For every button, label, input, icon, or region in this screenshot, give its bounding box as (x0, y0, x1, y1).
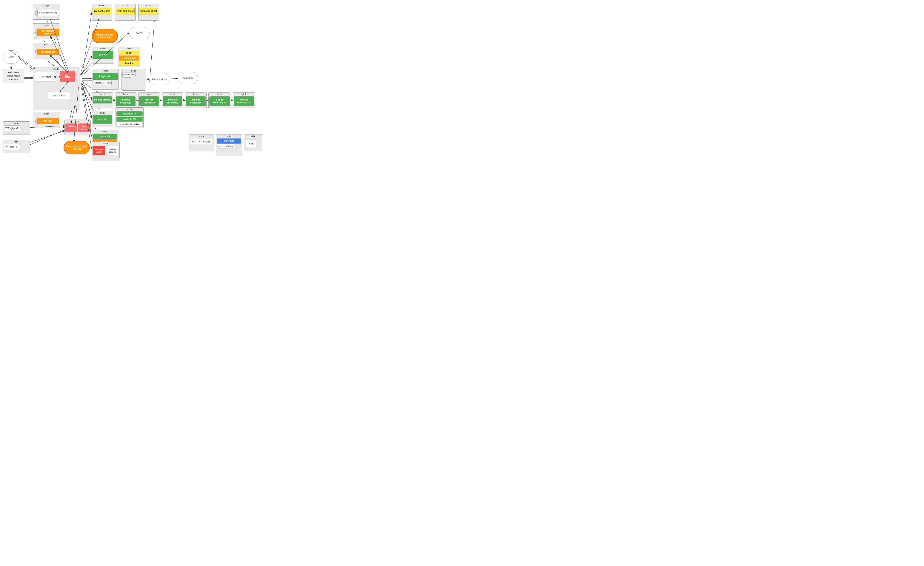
svg-line-48 (170, 78, 178, 79)
svg-line-33 (82, 81, 92, 100)
bowie-group: bowie insights db database.lichess.org (92, 69, 119, 90)
taffy-title: taffy (3, 140, 30, 143)
rubik-group: rubik nginx lila-opening-explorer (33, 23, 60, 39)
cdn-label: CDN (9, 56, 14, 58)
bofur-title: bofur (122, 69, 146, 72)
archi-group: archi main db primary (92, 93, 113, 108)
study-title: study (92, 111, 113, 114)
loquy-title: loquy (115, 93, 136, 96)
fishnet-moves-cloud: fishnet moves (self-hosted) (63, 141, 90, 154)
lila-fishnet-box: lila-fishnet (78, 123, 90, 132)
ws-nginx2-box: WS nginx #2 (4, 144, 20, 150)
main-db-primary-box: main db primary (93, 96, 112, 103)
study-group: study study db (92, 111, 113, 127)
nginx-label-image: nginx (34, 7, 37, 18)
lichess-dev-box: lichess.dev (staging) (190, 139, 212, 144)
puzzle-db-box: puzzle db (93, 134, 117, 139)
main-db-sec-late1-box: main db secondary 1h (209, 96, 230, 106)
smtp-cloud: SMTP (129, 27, 150, 39)
main-db-sec-late2-box: main db secondary 24h (234, 96, 254, 106)
late1-title: late1 (208, 93, 231, 96)
burke-group: burke irwin anti-cheat (92, 4, 112, 21)
main-db-sec-bassi-box: main db secondary (163, 96, 182, 106)
svg-line-21 (60, 82, 68, 92)
nginx-label-terra: nginx (34, 47, 37, 57)
butch-group: butch irwin anti-cheat (115, 4, 135, 21)
insights-db-box: insights db (93, 73, 118, 80)
terra-title: terra (33, 43, 60, 46)
starr-title: starr (64, 120, 90, 123)
starr-group: starr lila-ws lila-fishnet (64, 120, 91, 135)
zulip-bots-box: zulip bots (217, 144, 228, 148)
svg-line-47 (146, 79, 150, 80)
hyper-title: hyper (33, 112, 60, 115)
cdn-cloud: CDN (3, 51, 20, 63)
radio-title: radio (216, 135, 242, 138)
uluru-title: uluru (138, 4, 159, 7)
study-db-box: study db (93, 115, 112, 124)
image-title: image (33, 4, 60, 7)
plato-title: plato (116, 108, 143, 111)
rubik2-title: rubik (92, 130, 118, 133)
pagerduty-label: pagerduty (183, 77, 193, 79)
lichess-search-box: lichess-search (93, 146, 105, 156)
manta-arrows (33, 67, 80, 111)
butch-title: butch (115, 4, 135, 7)
hyper-group: hyper nginx lila-http (33, 112, 60, 128)
kamon-cloud: kamon + telegraf (150, 73, 170, 85)
khiaw-group: khiaw lichess.dev (staging) (189, 135, 214, 151)
database-lichess-box: database.lichess.org (93, 81, 112, 85)
bofur-group: bofur grafana influxdb prometheus (122, 69, 146, 91)
pagerduty-cloud: pagerduty (178, 72, 198, 84)
svg-line-34 (82, 82, 92, 118)
bowie-title: bowie (92, 69, 118, 72)
burke-irwin-box: irwin anti-cheat (93, 7, 111, 15)
lila-http-box: lila-http (38, 118, 59, 124)
radio-group: radio pgn-mule lichess4545.com zulip bot… (216, 135, 242, 156)
terra-group: terra nginx lila-tablebase (33, 43, 60, 59)
laura-group: laura main db secondary (138, 93, 160, 108)
image-processing-box: image processing (38, 10, 59, 16)
apate-group: apate cr-bot sandbag-bot kaladin (118, 47, 140, 67)
achoo-title: achoo (92, 47, 114, 50)
nginx-label-hyper: nginx (34, 116, 37, 126)
nginx-label-rubik: nginx (34, 27, 37, 37)
higgs-title: higgs (185, 93, 206, 96)
pgn-mule-box: pgn-mule (217, 138, 241, 144)
rubik-title: rubik (33, 24, 60, 27)
bassi-group: bassi main db secondary (162, 93, 183, 108)
apate-title: apate (118, 47, 140, 50)
plato-group: plato study db 24h puzzle db 24h rsync/b… (116, 108, 144, 128)
zulip-box: zulip (246, 139, 256, 148)
svg-line-39 (30, 130, 64, 145)
fishnet-moves-label: fishnet moves (self-hosted) (65, 145, 88, 150)
khiaw-title: khiaw (189, 135, 214, 138)
late1-group: late1 main db secondary 1h (208, 93, 231, 108)
ws-nginx1-box: WS nginx #1 (4, 125, 20, 131)
burke-title: burke (92, 4, 112, 7)
main-db-sec-loquy-box: main db secondary (116, 96, 135, 106)
zulip-group: zulip zulip (244, 135, 262, 151)
clients-box: Web clientsMobile clientsAPI clients (3, 69, 24, 83)
svg-line-17 (82, 13, 92, 75)
butch-irwin-box: irwin anti-cheat (116, 7, 135, 15)
uluru-group: uluru irwin anti-cheat (138, 4, 159, 21)
taffy-group: taffy WS nginx #2 (3, 140, 30, 153)
main-db-sec-higgs-box: main db secondary (186, 96, 206, 106)
svg-line-31 (81, 56, 92, 75)
cr-bot-box: cr-bot (119, 51, 139, 55)
sandbag-bot-box: sandbag-bot (119, 56, 139, 61)
elastic-search-box: elastic-search (106, 146, 119, 156)
syrup-group: syrup WS nginx #1 (3, 121, 30, 135)
smtp-label: SMTP (136, 32, 142, 34)
rsync-box: rsync/btfrs file backup (117, 122, 142, 127)
study-db-24h-box: study db 24h (117, 111, 142, 116)
syrup-title: syrup (3, 121, 30, 124)
zulip-title: zulip (244, 135, 262, 138)
sirch-title: sirch (92, 142, 120, 145)
prometheus-box: prometheus (123, 72, 135, 77)
loquy-group: loquy main db secondary (115, 93, 136, 108)
bassi-title: bassi (162, 93, 183, 96)
infrastructure-diagram: CDN Web clientsMobile clientsAPI clients… (0, 0, 262, 161)
fishnet-distributed-cloud: fishnet analysis (distributed) (92, 29, 118, 43)
